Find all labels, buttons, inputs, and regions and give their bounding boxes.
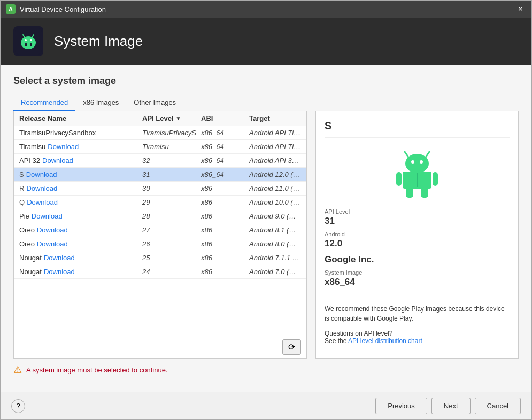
download-link[interactable]: Download <box>32 212 63 220</box>
question-text: Questions on API level? See the API leve… <box>325 330 510 345</box>
tab-x86[interactable]: x86 Images <box>75 95 126 111</box>
tab-other[interactable]: Other Images <box>126 95 183 111</box>
table-row[interactable]: Q Download 29 x86 Android 10.0 (Goog... <box>14 196 306 209</box>
svg-point-14 <box>420 160 423 164</box>
col-release: Release Name <box>19 114 142 122</box>
tab-recommended[interactable]: Recommended <box>13 95 75 111</box>
svg-rect-8 <box>25 43 27 46</box>
download-link[interactable]: Download <box>48 143 79 151</box>
svg-rect-19 <box>421 188 428 198</box>
app-icon: A <box>6 4 16 14</box>
table-panel: Release Name API Level ▼ ABI Target <box>13 111 307 359</box>
window-title: Virtual Device Configuration <box>20 5 106 13</box>
android-robot <box>325 146 510 200</box>
info-separator <box>325 293 510 293</box>
download-link[interactable]: Download <box>44 254 75 262</box>
download-link[interactable]: Download <box>26 170 57 178</box>
cell-release: TiramisuPrivacySandbox <box>19 129 142 137</box>
refresh-button[interactable]: ⟳ <box>282 339 301 355</box>
warning-text: A system image must be selected to conti… <box>26 366 167 374</box>
header-logo <box>13 26 43 56</box>
svg-point-3 <box>21 36 36 49</box>
col-target: Target <box>249 114 301 122</box>
system-image-field: System Image x86_64 <box>325 269 510 287</box>
svg-rect-18 <box>406 188 413 198</box>
info-fields: API Level 31 Android 12.0 Google Inc. Sy… <box>325 208 510 287</box>
table-row[interactable]: TiramisuPrivacySandbox TiramisuPrivacyS … <box>14 126 306 140</box>
vendor-field: Google Inc. <box>325 253 510 265</box>
tabs-bar: Recommended x86 Images Other Images <box>13 95 519 111</box>
api-level-chart-link[interactable]: API level distribution chart <box>348 337 422 345</box>
cell-release: Tiramisu Download <box>19 143 142 151</box>
recommend-text: We recommend these Google Play images be… <box>325 304 510 323</box>
cell-release: Pie Download <box>19 212 142 220</box>
svg-point-5 <box>30 39 32 41</box>
download-link[interactable]: Download <box>37 226 68 234</box>
table-row[interactable]: R Download 30 x86 Android 11.0 (Goog... <box>14 182 306 196</box>
table-row[interactable]: Pie Download 28 x86 Android 9.0 (Google.… <box>14 209 306 223</box>
col-abi: ABI <box>201 114 249 122</box>
cancel-button[interactable]: Cancel <box>475 398 521 414</box>
cell-release: API 32 Download <box>19 157 142 165</box>
info-panel: S <box>315 111 519 359</box>
table-row[interactable]: Nougat Download 24 x86 Android 7.0 (Goog… <box>14 265 306 279</box>
cell-release: Oreo Download <box>19 226 142 234</box>
cell-release: Nougat Download <box>19 254 142 262</box>
svg-rect-16 <box>396 172 402 186</box>
table-row[interactable]: S Download 31 x86_64 Android 12.0 (Goog.… <box>14 168 306 182</box>
svg-text:A: A <box>9 6 13 12</box>
next-button[interactable]: Next <box>431 398 471 414</box>
svg-point-13 <box>411 160 414 164</box>
footer: ? Previous Next Cancel <box>1 392 531 419</box>
android-version-field: Android 12.0 <box>325 231 510 249</box>
table-row[interactable]: API 32 Download 32 x86_64 Android API 32… <box>14 154 306 168</box>
table-row[interactable]: Nougat Download 25 x86 Android 7.1.1 (Go… <box>14 251 306 265</box>
api-level-field: API Level 31 <box>325 208 510 227</box>
table-header: Release Name API Level ▼ ABI Target <box>14 111 306 126</box>
title-bar-left: A Virtual Device Configuration <box>6 4 106 14</box>
cell-release: Nougat Download <box>19 268 142 276</box>
download-link[interactable]: Download <box>37 240 68 248</box>
table-row[interactable]: Oreo Download 26 x86 Android 8.0 (Google… <box>14 237 306 251</box>
svg-point-4 <box>25 39 27 41</box>
svg-rect-17 <box>433 172 438 186</box>
warning-bar: ⚠ A system image must be selected to con… <box>13 359 519 381</box>
download-link[interactable]: Download <box>42 157 73 165</box>
info-code: S <box>325 120 510 138</box>
previous-button[interactable]: Previous <box>375 398 427 414</box>
close-button[interactable]: × <box>515 3 526 15</box>
table-footer: ⟳ <box>14 336 306 358</box>
footer-buttons: Previous Next Cancel <box>375 398 521 414</box>
table-row[interactable]: Tiramisu Download Tiramisu x86_64 Androi… <box>14 140 306 154</box>
table-row[interactable]: Oreo Download 27 x86 Android 8.1 (Google… <box>14 223 306 237</box>
table-body: TiramisuPrivacySandbox TiramisuPrivacyS … <box>14 126 306 336</box>
header-title: System Image <box>54 33 143 50</box>
header: System Image <box>1 18 531 65</box>
download-link[interactable]: Download <box>27 198 58 206</box>
warning-icon: ⚠ <box>13 364 22 376</box>
title-bar: A Virtual Device Configuration × <box>1 1 531 18</box>
help-button[interactable]: ? <box>11 399 25 413</box>
page-title: Select a system image <box>13 75 519 87</box>
main-area: Release Name API Level ▼ ABI Target <box>13 111 519 359</box>
cell-release: Oreo Download <box>19 240 142 248</box>
download-link[interactable]: Download <box>26 184 57 192</box>
sort-icon: ▼ <box>176 115 181 121</box>
main-window: A Virtual Device Configuration × System … <box>0 0 532 420</box>
cell-release: Q Download <box>19 198 142 206</box>
content-area: Select a system image Recommended x86 Im… <box>1 65 531 392</box>
col-api: API Level ▼ <box>142 114 201 122</box>
cell-release: R Download <box>19 184 142 192</box>
svg-point-12 <box>405 154 429 173</box>
footer-left: ? <box>11 399 25 413</box>
download-link[interactable]: Download <box>44 268 75 276</box>
android-studio-logo <box>15 28 42 55</box>
svg-rect-9 <box>30 43 32 46</box>
cell-release: S Download <box>19 170 142 178</box>
